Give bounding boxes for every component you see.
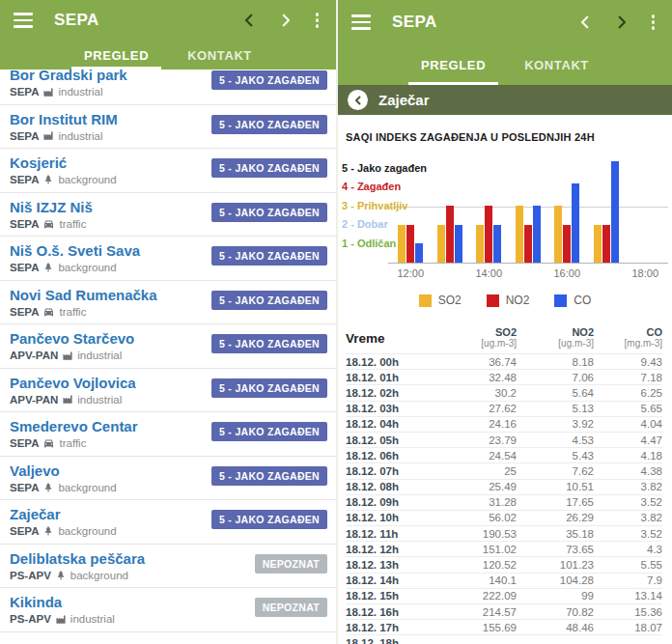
row-co-value: 4.3 bbox=[594, 544, 662, 555]
car-icon bbox=[42, 437, 55, 449]
nav-prev-arrow-icon[interactable] bbox=[574, 12, 596, 33]
station-detail-title: Zaječar bbox=[378, 92, 430, 108]
factory-icon bbox=[42, 130, 54, 141]
station-row[interactable]: Smederevo Centar SEPA traffic 5 - JAKO Z… bbox=[0, 412, 336, 457]
bar-co-12h bbox=[415, 243, 423, 263]
back-button[interactable] bbox=[348, 90, 368, 110]
station-status-badge: NEPOZNAT bbox=[255, 598, 327, 617]
tab-kontakt[interactable]: KONTAKT bbox=[512, 44, 602, 85]
bar-co-15h bbox=[533, 206, 541, 263]
bar-no2-15h bbox=[524, 225, 532, 263]
station-type-label: background bbox=[70, 570, 128, 581]
row-so2-value: 222.09 bbox=[454, 590, 517, 602]
x-axis-tick-label: 18:00 bbox=[624, 267, 666, 279]
tab-pregled[interactable]: PREGLED bbox=[71, 41, 161, 70]
row-time: 18.12. 06h bbox=[346, 450, 454, 462]
row-no2-value: 5.43 bbox=[517, 450, 594, 462]
station-type-label: industrial bbox=[77, 350, 122, 361]
column-header-co: CO[mg.m-3] bbox=[594, 326, 662, 350]
station-type-label: industrial bbox=[70, 613, 115, 625]
station-type-label: traffic bbox=[59, 306, 86, 318]
row-no2-value: 5.13 bbox=[517, 403, 594, 414]
row-no2-value: 99 bbox=[517, 590, 594, 602]
table-row: 18.12. 14h140.1104.287.9 bbox=[346, 573, 662, 588]
row-time: 18.12. 18h bbox=[346, 637, 454, 644]
y-axis-label: 3 - Prihvatljiv bbox=[342, 200, 407, 211]
station-row[interactable]: Novi Sad Rumenačka SEPA traffic 5 - JAKO… bbox=[0, 281, 336, 325]
pine-tree-icon bbox=[42, 482, 54, 493]
row-no2-value: 48.46 bbox=[517, 622, 594, 633]
station-row[interactable]: Kosjerić SEPA background 5 - JAKO ZAGAĐE… bbox=[0, 149, 336, 193]
chart-legend: SO2NO2CO bbox=[338, 294, 672, 307]
station-row[interactable]: Niš IZJZ Niš SEPA traffic 5 - JAKO ZAGAĐ… bbox=[0, 193, 336, 238]
row-so2-value: 27.62 bbox=[454, 403, 517, 414]
station-agency: SEPA bbox=[10, 482, 39, 493]
pine-tree-icon bbox=[55, 570, 67, 581]
station-row[interactable]: Niš O.š. Sveti Sava SEPA background 5 - … bbox=[0, 237, 336, 281]
station-type-label: industrial bbox=[58, 130, 102, 142]
nav-next-arrow-icon[interactable] bbox=[611, 12, 632, 33]
row-time: 18.12. 15h bbox=[346, 590, 454, 602]
row-time: 18.12. 14h bbox=[346, 574, 454, 586]
table-row: 18.12. 13h120.52101.235.55 bbox=[346, 556, 662, 572]
legend-swatch-icon bbox=[487, 294, 499, 307]
row-no2-value: 7.06 bbox=[517, 372, 594, 383]
station-agency: SEPA bbox=[10, 130, 39, 142]
overflow-menu-icon[interactable] bbox=[648, 14, 659, 30]
row-so2-value: 140.1 bbox=[454, 574, 517, 586]
station-agency: SEPA bbox=[10, 174, 39, 185]
station-row[interactable]: Pančevo Vojlovica APV-PAN industrial 5 -… bbox=[0, 369, 336, 413]
factory-icon bbox=[62, 394, 73, 405]
station-type-label: background bbox=[58, 525, 116, 537]
table-row: 18.12. 16h214.5770.8215.36 bbox=[346, 603, 662, 619]
row-time: 18.12. 08h bbox=[346, 481, 454, 492]
station-status-badge: 5 - JAKO ZAGAĐEN bbox=[211, 203, 327, 222]
row-so2-value: 151.02 bbox=[454, 544, 517, 555]
y-axis-label: 1 - Odličan bbox=[342, 238, 396, 249]
table-row: 18.12. 07h257.624.38 bbox=[346, 462, 662, 478]
column-header-no2: NO2[ug.m-3] bbox=[517, 326, 594, 350]
saqi-section-title: SAQI INDEKS ZAGAĐENJA U POSLEDNJIH 24H bbox=[346, 131, 664, 143]
station-type-label: industrial bbox=[58, 86, 102, 98]
station-row[interactable]: Valjevo SEPA background 5 - JAKO ZAGAĐEN bbox=[0, 457, 336, 501]
station-status-badge: 5 - JAKO ZAGAĐEN bbox=[211, 115, 327, 134]
row-co-value: 3.52 bbox=[594, 496, 662, 508]
station-row[interactable]: Bor Institut RIM SEPA industrial 5 - JAK… bbox=[0, 105, 336, 150]
row-time: 18.12. 03h bbox=[346, 403, 454, 414]
x-axis-line bbox=[388, 263, 668, 264]
legend-swatch-icon bbox=[554, 294, 567, 307]
car-icon bbox=[42, 218, 55, 230]
table-row: 18.12. 00h36.748.189.43 bbox=[346, 353, 662, 369]
station-row[interactable]: Zaječar SEPA background 5 - JAKO ZAGAĐEN bbox=[0, 500, 336, 545]
station-row[interactable]: Deliblatska peščara PS-APV background NE… bbox=[0, 545, 336, 589]
gridline-level-3 bbox=[386, 207, 668, 208]
tab-kontakt[interactable]: KONTAKT bbox=[175, 41, 265, 70]
station-row[interactable]: Pančevo Starčevo APV-PAN industrial 5 - … bbox=[0, 324, 336, 369]
row-time: 18.12. 07h bbox=[346, 465, 454, 477]
legend-item-co: CO bbox=[554, 294, 591, 307]
table-row: 18.12. 04h24.163.924.04 bbox=[346, 416, 662, 432]
bar-so2-14h bbox=[476, 225, 484, 263]
legend-item-so2: SO2 bbox=[419, 294, 462, 307]
row-co-value: 3.52 bbox=[594, 528, 662, 540]
bar-no2-14h bbox=[485, 206, 492, 263]
station-status-badge: 5 - JAKO ZAGAĐEN bbox=[211, 70, 327, 90]
hamburger-menu-icon[interactable] bbox=[351, 14, 371, 30]
row-no2-value: 73.65 bbox=[517, 544, 594, 555]
row-so2-value: 31.28 bbox=[454, 496, 517, 508]
row-co-value: 4.18 bbox=[594, 450, 662, 462]
app-bar: SEPA bbox=[338, 0, 672, 44]
legend-item-no2: NO2 bbox=[487, 294, 530, 307]
station-status-badge: 5 - JAKO ZAGAĐEN bbox=[211, 246, 327, 266]
station-row[interactable]: Kikinda PS-APV industrial NEPOZNAT bbox=[0, 588, 336, 632]
overflow-menu-icon[interactable] bbox=[312, 13, 323, 28]
station-type-label: industrial bbox=[77, 394, 122, 406]
factory-icon bbox=[42, 87, 54, 98]
car-icon bbox=[42, 306, 55, 318]
tab-pregled[interactable]: PREGLED bbox=[408, 44, 498, 85]
nav-prev-arrow-icon[interactable] bbox=[238, 10, 260, 31]
station-status-badge: 5 - JAKO ZAGAĐEN bbox=[211, 291, 327, 310]
column-header-so2: SO2[ug.m-3] bbox=[454, 326, 517, 350]
hamburger-menu-icon[interactable] bbox=[14, 13, 33, 28]
nav-next-arrow-icon[interactable] bbox=[275, 10, 296, 31]
